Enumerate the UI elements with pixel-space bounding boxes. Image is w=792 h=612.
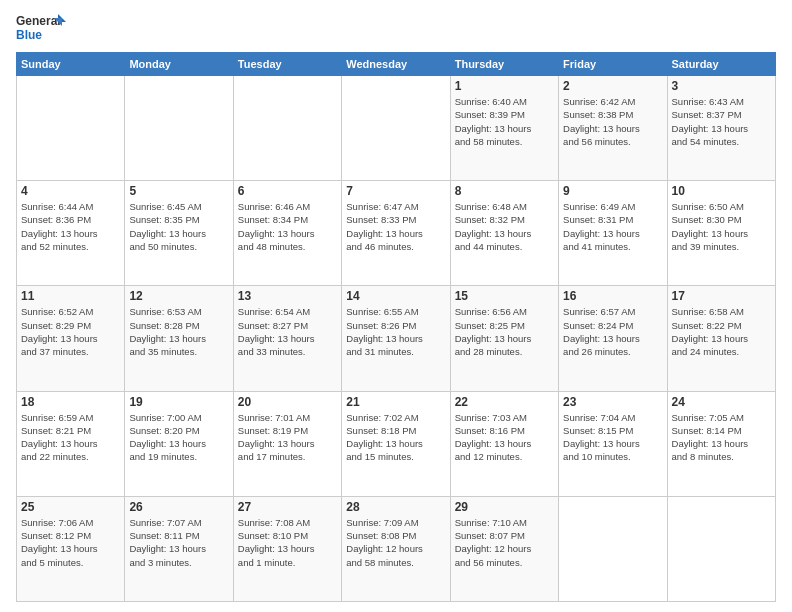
day-info: Sunrise: 6:56 AMSunset: 8:25 PMDaylight:… xyxy=(455,305,554,358)
calendar-cell: 24Sunrise: 7:05 AMSunset: 8:14 PMDayligh… xyxy=(667,391,775,496)
calendar-cell: 23Sunrise: 7:04 AMSunset: 8:15 PMDayligh… xyxy=(559,391,667,496)
day-number: 12 xyxy=(129,289,228,303)
calendar-header-monday: Monday xyxy=(125,53,233,76)
day-number: 10 xyxy=(672,184,771,198)
day-info: Sunrise: 6:55 AMSunset: 8:26 PMDaylight:… xyxy=(346,305,445,358)
svg-text:Blue: Blue xyxy=(16,28,42,42)
day-info: Sunrise: 7:01 AMSunset: 8:19 PMDaylight:… xyxy=(238,411,337,464)
day-number: 27 xyxy=(238,500,337,514)
day-number: 14 xyxy=(346,289,445,303)
calendar-table: SundayMondayTuesdayWednesdayThursdayFrid… xyxy=(16,52,776,602)
calendar-row-4: 25Sunrise: 7:06 AMSunset: 8:12 PMDayligh… xyxy=(17,496,776,601)
day-info: Sunrise: 7:04 AMSunset: 8:15 PMDaylight:… xyxy=(563,411,662,464)
calendar-header-saturday: Saturday xyxy=(667,53,775,76)
day-info: Sunrise: 7:05 AMSunset: 8:14 PMDaylight:… xyxy=(672,411,771,464)
calendar-header-tuesday: Tuesday xyxy=(233,53,341,76)
calendar-cell: 9Sunrise: 6:49 AMSunset: 8:31 PMDaylight… xyxy=(559,181,667,286)
day-number: 29 xyxy=(455,500,554,514)
day-number: 2 xyxy=(563,79,662,93)
day-number: 17 xyxy=(672,289,771,303)
day-number: 21 xyxy=(346,395,445,409)
day-number: 1 xyxy=(455,79,554,93)
calendar-cell: 25Sunrise: 7:06 AMSunset: 8:12 PMDayligh… xyxy=(17,496,125,601)
day-info: Sunrise: 6:58 AMSunset: 8:22 PMDaylight:… xyxy=(672,305,771,358)
calendar-cell: 15Sunrise: 6:56 AMSunset: 8:25 PMDayligh… xyxy=(450,286,558,391)
calendar-cell: 13Sunrise: 6:54 AMSunset: 8:27 PMDayligh… xyxy=(233,286,341,391)
calendar-header-friday: Friday xyxy=(559,53,667,76)
day-number: 18 xyxy=(21,395,120,409)
calendar-cell: 16Sunrise: 6:57 AMSunset: 8:24 PMDayligh… xyxy=(559,286,667,391)
calendar-cell xyxy=(17,76,125,181)
calendar-cell xyxy=(233,76,341,181)
day-info: Sunrise: 7:06 AMSunset: 8:12 PMDaylight:… xyxy=(21,516,120,569)
svg-text:General: General xyxy=(16,14,61,28)
day-number: 25 xyxy=(21,500,120,514)
calendar-cell: 28Sunrise: 7:09 AMSunset: 8:08 PMDayligh… xyxy=(342,496,450,601)
day-number: 28 xyxy=(346,500,445,514)
day-number: 15 xyxy=(455,289,554,303)
calendar-cell: 2Sunrise: 6:42 AMSunset: 8:38 PMDaylight… xyxy=(559,76,667,181)
calendar-header-thursday: Thursday xyxy=(450,53,558,76)
day-info: Sunrise: 7:09 AMSunset: 8:08 PMDaylight:… xyxy=(346,516,445,569)
day-number: 6 xyxy=(238,184,337,198)
calendar-cell: 6Sunrise: 6:46 AMSunset: 8:34 PMDaylight… xyxy=(233,181,341,286)
calendar-row-3: 18Sunrise: 6:59 AMSunset: 8:21 PMDayligh… xyxy=(17,391,776,496)
day-number: 5 xyxy=(129,184,228,198)
calendar-cell: 1Sunrise: 6:40 AMSunset: 8:39 PMDaylight… xyxy=(450,76,558,181)
day-info: Sunrise: 6:42 AMSunset: 8:38 PMDaylight:… xyxy=(563,95,662,148)
page: General Blue SundayMondayTuesdayWednesda… xyxy=(0,0,792,612)
day-info: Sunrise: 6:45 AMSunset: 8:35 PMDaylight:… xyxy=(129,200,228,253)
calendar-cell: 10Sunrise: 6:50 AMSunset: 8:30 PMDayligh… xyxy=(667,181,775,286)
day-info: Sunrise: 6:50 AMSunset: 8:30 PMDaylight:… xyxy=(672,200,771,253)
calendar-row-0: 1Sunrise: 6:40 AMSunset: 8:39 PMDaylight… xyxy=(17,76,776,181)
day-number: 23 xyxy=(563,395,662,409)
day-number: 20 xyxy=(238,395,337,409)
day-info: Sunrise: 7:00 AMSunset: 8:20 PMDaylight:… xyxy=(129,411,228,464)
day-info: Sunrise: 6:52 AMSunset: 8:29 PMDaylight:… xyxy=(21,305,120,358)
day-info: Sunrise: 7:07 AMSunset: 8:11 PMDaylight:… xyxy=(129,516,228,569)
calendar-cell xyxy=(667,496,775,601)
day-info: Sunrise: 7:10 AMSunset: 8:07 PMDaylight:… xyxy=(455,516,554,569)
calendar-cell: 19Sunrise: 7:00 AMSunset: 8:20 PMDayligh… xyxy=(125,391,233,496)
calendar-cell: 11Sunrise: 6:52 AMSunset: 8:29 PMDayligh… xyxy=(17,286,125,391)
day-number: 19 xyxy=(129,395,228,409)
calendar-cell: 17Sunrise: 6:58 AMSunset: 8:22 PMDayligh… xyxy=(667,286,775,391)
calendar-cell: 14Sunrise: 6:55 AMSunset: 8:26 PMDayligh… xyxy=(342,286,450,391)
calendar-header-wednesday: Wednesday xyxy=(342,53,450,76)
calendar-cell xyxy=(342,76,450,181)
calendar-row-1: 4Sunrise: 6:44 AMSunset: 8:36 PMDaylight… xyxy=(17,181,776,286)
day-info: Sunrise: 7:08 AMSunset: 8:10 PMDaylight:… xyxy=(238,516,337,569)
logo: General Blue xyxy=(16,12,66,46)
calendar-cell: 20Sunrise: 7:01 AMSunset: 8:19 PMDayligh… xyxy=(233,391,341,496)
day-number: 4 xyxy=(21,184,120,198)
calendar-cell: 29Sunrise: 7:10 AMSunset: 8:07 PMDayligh… xyxy=(450,496,558,601)
day-info: Sunrise: 6:46 AMSunset: 8:34 PMDaylight:… xyxy=(238,200,337,253)
calendar-cell: 8Sunrise: 6:48 AMSunset: 8:32 PMDaylight… xyxy=(450,181,558,286)
day-number: 9 xyxy=(563,184,662,198)
day-info: Sunrise: 6:59 AMSunset: 8:21 PMDaylight:… xyxy=(21,411,120,464)
day-number: 11 xyxy=(21,289,120,303)
day-info: Sunrise: 6:47 AMSunset: 8:33 PMDaylight:… xyxy=(346,200,445,253)
calendar-cell: 4Sunrise: 6:44 AMSunset: 8:36 PMDaylight… xyxy=(17,181,125,286)
day-number: 16 xyxy=(563,289,662,303)
calendar-cell xyxy=(125,76,233,181)
day-info: Sunrise: 6:40 AMSunset: 8:39 PMDaylight:… xyxy=(455,95,554,148)
calendar-cell xyxy=(559,496,667,601)
day-number: 22 xyxy=(455,395,554,409)
calendar-cell: 7Sunrise: 6:47 AMSunset: 8:33 PMDaylight… xyxy=(342,181,450,286)
calendar-cell: 18Sunrise: 6:59 AMSunset: 8:21 PMDayligh… xyxy=(17,391,125,496)
header: General Blue xyxy=(16,12,776,46)
day-info: Sunrise: 6:57 AMSunset: 8:24 PMDaylight:… xyxy=(563,305,662,358)
day-number: 24 xyxy=(672,395,771,409)
day-number: 7 xyxy=(346,184,445,198)
calendar-cell: 5Sunrise: 6:45 AMSunset: 8:35 PMDaylight… xyxy=(125,181,233,286)
day-number: 26 xyxy=(129,500,228,514)
day-number: 8 xyxy=(455,184,554,198)
calendar-cell: 21Sunrise: 7:02 AMSunset: 8:18 PMDayligh… xyxy=(342,391,450,496)
calendar-cell: 22Sunrise: 7:03 AMSunset: 8:16 PMDayligh… xyxy=(450,391,558,496)
day-info: Sunrise: 7:03 AMSunset: 8:16 PMDaylight:… xyxy=(455,411,554,464)
calendar-cell: 27Sunrise: 7:08 AMSunset: 8:10 PMDayligh… xyxy=(233,496,341,601)
logo-svg: General Blue xyxy=(16,12,66,46)
day-info: Sunrise: 6:54 AMSunset: 8:27 PMDaylight:… xyxy=(238,305,337,358)
day-info: Sunrise: 6:53 AMSunset: 8:28 PMDaylight:… xyxy=(129,305,228,358)
